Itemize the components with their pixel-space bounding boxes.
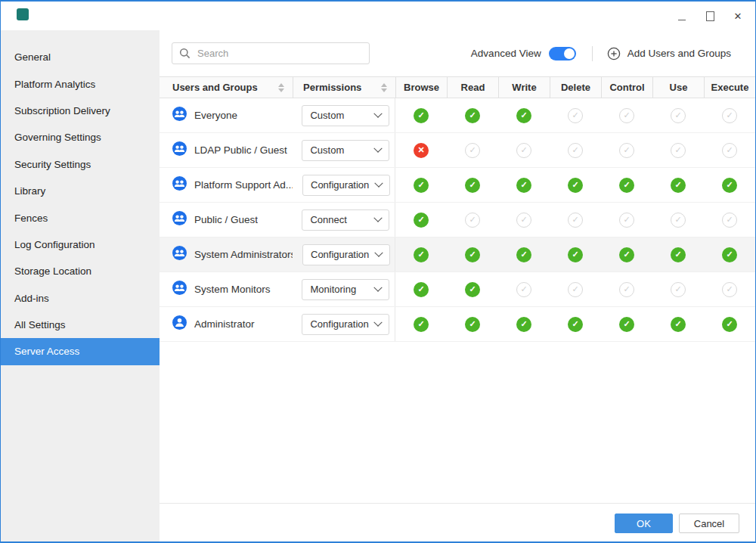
unset-status-icon[interactable]: ✓: [722, 108, 737, 123]
unset-status-icon[interactable]: ✓: [619, 108, 634, 123]
denied-status-icon[interactable]: ✕: [414, 143, 429, 158]
granted-status-icon[interactable]: ✓: [619, 178, 634, 193]
unset-status-icon[interactable]: ✓: [619, 282, 634, 297]
ok-button[interactable]: OK: [615, 514, 673, 533]
close-button[interactable]: ✕: [733, 11, 743, 21]
users-group-icon: [172, 281, 187, 295]
table-row-ldap-public-guest: LDAP Public / Guest Custom ✕✓✓✓✓✓✓: [160, 133, 755, 168]
granted-status-icon[interactable]: ✓: [568, 317, 583, 332]
unset-status-icon[interactable]: ✓: [465, 213, 480, 228]
granted-status-icon[interactable]: ✓: [465, 282, 480, 297]
unset-status-icon[interactable]: ✓: [671, 282, 686, 297]
unset-status-icon[interactable]: ✓: [671, 213, 686, 228]
granted-status-icon[interactable]: ✓: [671, 178, 686, 193]
unset-status-icon[interactable]: ✓: [722, 143, 737, 158]
table-row-platform-support-ad: Platform Support Ad... Configuration ✓✓✓…: [160, 168, 755, 203]
unset-status-icon[interactable]: ✓: [516, 143, 531, 158]
sidebar-item-governing-settings[interactable]: Governing Settings: [1, 124, 160, 150]
sidebar-item-add-ins[interactable]: Add-ins: [1, 285, 160, 312]
sort-arrows-icon[interactable]: [278, 83, 284, 92]
granted-status-icon[interactable]: ✓: [465, 247, 480, 262]
column-header-users-and-groups[interactable]: Users and Groups: [160, 77, 293, 98]
permission-dropdown[interactable]: Configuration: [302, 244, 390, 265]
permission-dropdown[interactable]: Monitoring: [302, 279, 389, 300]
granted-status-icon[interactable]: ✓: [516, 108, 531, 123]
granted-status-icon[interactable]: ✓: [671, 247, 686, 262]
unset-status-icon[interactable]: ✓: [671, 108, 686, 123]
granted-status-icon[interactable]: ✓: [414, 247, 429, 262]
granted-status-icon[interactable]: ✓: [619, 317, 634, 332]
unset-status-icon[interactable]: ✓: [516, 282, 531, 297]
sidebar-item-all-settings[interactable]: All Settings: [1, 312, 160, 338]
sidebar-item-server-access[interactable]: Server Access: [1, 338, 160, 365]
user-group-cell: Administrator: [160, 315, 292, 333]
permission-dropdown[interactable]: Configuration: [302, 175, 390, 196]
granted-status-icon[interactable]: ✓: [465, 108, 480, 123]
column-header-label: Permissions: [303, 82, 361, 93]
unset-status-icon[interactable]: ✓: [722, 282, 737, 297]
access-flags: ✓✓✓✓✓✓✓: [395, 203, 755, 237]
sidebar-item-log-configuration[interactable]: Log Configuration: [1, 231, 160, 258]
granted-status-icon[interactable]: ✓: [414, 213, 429, 228]
maximize-button[interactable]: [705, 11, 715, 21]
cancel-button[interactable]: Cancel: [679, 514, 739, 533]
sidebar-item-general[interactable]: General: [1, 44, 160, 70]
status-cell-control: ✓: [601, 213, 652, 228]
granted-status-icon[interactable]: ✓: [722, 247, 737, 262]
sidebar-item-subscription-delivery[interactable]: Subscription Delivery: [1, 98, 160, 124]
sidebar-item-platform-analytics[interactable]: Platform Analytics: [1, 70, 160, 97]
column-header-permissions[interactable]: Permissions: [293, 77, 395, 98]
sidebar-item-security-settings[interactable]: Security Settings: [1, 151, 160, 178]
granted-status-icon[interactable]: ✓: [722, 178, 737, 193]
column-header-label: Users and Groups: [172, 82, 258, 93]
chevron-down-icon: [374, 178, 383, 187]
permission-dropdown[interactable]: Custom: [302, 105, 389, 126]
sidebar: General Platform Analytics Subscription …: [1, 30, 160, 541]
granted-status-icon[interactable]: ✓: [568, 178, 583, 193]
user-group-cell: Platform Support Ad...: [160, 176, 293, 194]
search-input[interactable]: [196, 47, 362, 60]
granted-status-icon[interactable]: ✓: [568, 247, 583, 262]
granted-status-icon[interactable]: ✓: [414, 178, 429, 193]
unset-status-icon[interactable]: ✓: [516, 213, 531, 228]
granted-status-icon[interactable]: ✓: [619, 247, 634, 262]
status-cell-use: ✓: [652, 317, 704, 332]
status-cell-browse: ✕: [395, 143, 447, 158]
sidebar-item-fences[interactable]: Fences: [1, 204, 160, 231]
granted-status-icon[interactable]: ✓: [465, 317, 480, 332]
unset-status-icon[interactable]: ✓: [568, 213, 583, 228]
unset-status-icon[interactable]: ✓: [671, 143, 686, 158]
granted-status-icon[interactable]: ✓: [722, 317, 737, 332]
permission-dropdown[interactable]: Configuration: [302, 314, 389, 335]
users-group-icon: [172, 211, 187, 225]
granted-status-icon[interactable]: ✓: [414, 108, 429, 123]
permission-dropdown[interactable]: Connect: [302, 209, 389, 231]
granted-status-icon[interactable]: ✓: [516, 247, 531, 262]
sort-arrows-icon[interactable]: [381, 83, 387, 92]
granted-status-icon[interactable]: ✓: [516, 317, 531, 332]
granted-status-icon[interactable]: ✓: [671, 317, 686, 332]
settings-window: ✕ General Platform Analytics Subscriptio…: [0, 0, 756, 543]
unset-status-icon[interactable]: ✓: [568, 108, 583, 123]
granted-status-icon[interactable]: ✓: [414, 282, 429, 297]
sidebar-item-label: Security Settings: [14, 159, 91, 170]
unset-status-icon[interactable]: ✓: [465, 143, 480, 158]
permission-cell: Configuration: [293, 175, 395, 196]
user-group-name: LDAP Public / Guest: [194, 144, 287, 156]
advanced-view-toggle[interactable]: [549, 47, 576, 61]
granted-status-icon[interactable]: ✓: [516, 178, 531, 193]
status-cell-use: ✓: [652, 178, 704, 193]
unset-status-icon[interactable]: ✓: [568, 143, 583, 158]
sidebar-item-library[interactable]: Library: [1, 178, 160, 204]
unset-status-icon[interactable]: ✓: [619, 143, 634, 158]
add-users-and-groups-button[interactable]: Add Users and Groups: [607, 47, 731, 61]
sidebar-item-storage-location[interactable]: Storage Location: [1, 258, 160, 284]
minimize-button[interactable]: [677, 11, 687, 21]
unset-status-icon[interactable]: ✓: [722, 213, 737, 228]
permission-dropdown[interactable]: Custom: [302, 140, 389, 161]
granted-status-icon[interactable]: ✓: [465, 178, 480, 193]
unset-status-icon[interactable]: ✓: [619, 213, 634, 228]
unset-status-icon[interactable]: ✓: [568, 282, 583, 297]
granted-status-icon[interactable]: ✓: [414, 317, 429, 332]
access-flags: ✓✓✓✓✓✓✓: [395, 272, 755, 306]
